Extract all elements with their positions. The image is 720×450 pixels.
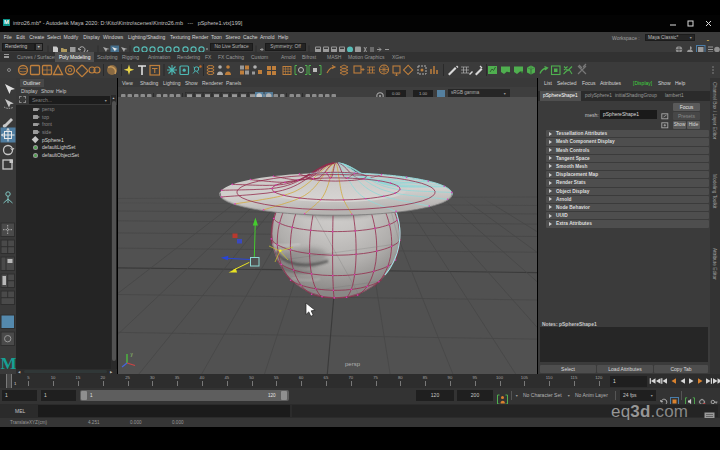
svg-text:persp: persp xyxy=(345,361,361,367)
svg-text:M: M xyxy=(1,354,17,373)
